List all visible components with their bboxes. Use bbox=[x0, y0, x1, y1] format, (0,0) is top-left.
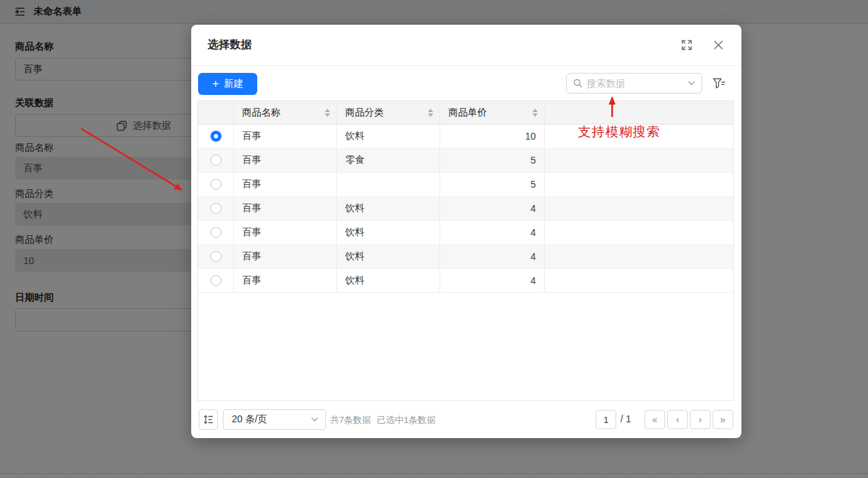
cell-product-category: 饮料 bbox=[337, 269, 440, 292]
table-row[interactable]: 百事 饮料 10 bbox=[198, 124, 733, 149]
first-page-button[interactable]: « bbox=[644, 410, 665, 429]
cell-product-category: 饮料 bbox=[337, 124, 440, 148]
chevron-down-icon[interactable] bbox=[688, 80, 695, 86]
header-product-name[interactable]: 商品名称 bbox=[234, 101, 337, 124]
chevron-down-icon bbox=[311, 417, 318, 422]
radio-cell[interactable] bbox=[198, 124, 234, 148]
sort-icon[interactable] bbox=[428, 109, 433, 117]
radio-cell[interactable] bbox=[198, 149, 234, 172]
radio-cell[interactable] bbox=[198, 221, 234, 244]
close-icon[interactable] bbox=[713, 40, 724, 50]
cell-product-name: 百事 bbox=[234, 221, 337, 244]
row-radio[interactable] bbox=[210, 227, 221, 238]
cell-product-name: 百事 bbox=[234, 124, 337, 148]
selected-count-text: 已选中1条数据 bbox=[377, 414, 435, 426]
cell-empty bbox=[545, 269, 733, 292]
table-body: 百事 饮料 10 百事 零食 5 百事 5 百事 饮料 4 百事 饮料 4 百事… bbox=[198, 124, 733, 400]
row-radio[interactable] bbox=[210, 203, 221, 214]
cell-product-name: 百事 bbox=[234, 245, 337, 268]
table-row[interactable]: 百事 饮料 4 bbox=[198, 221, 733, 245]
cell-product-name: 百事 bbox=[234, 269, 337, 292]
cell-product-price: 4 bbox=[440, 245, 545, 268]
cell-empty bbox=[545, 197, 733, 220]
row-radio[interactable] bbox=[210, 155, 221, 166]
sort-icon[interactable] bbox=[532, 109, 538, 117]
cell-product-price: 5 bbox=[440, 173, 545, 196]
cell-empty bbox=[545, 124, 733, 148]
search-icon bbox=[573, 78, 583, 88]
cell-product-price: 4 bbox=[440, 269, 545, 292]
header-product-category[interactable]: 商品分类 bbox=[337, 101, 440, 124]
cell-product-price: 4 bbox=[440, 197, 545, 220]
current-page-box[interactable]: 1 bbox=[596, 410, 616, 429]
row-radio[interactable] bbox=[210, 179, 221, 190]
cell-product-price: 5 bbox=[440, 149, 545, 172]
table-header-row: 商品名称 商品分类 商品单价 bbox=[198, 101, 733, 124]
prev-page-button[interactable]: ‹ bbox=[667, 410, 688, 429]
filter-icon[interactable] bbox=[712, 77, 726, 90]
radio-cell[interactable] bbox=[198, 269, 234, 292]
cell-product-name: 百事 bbox=[234, 173, 337, 196]
search-input-box[interactable] bbox=[566, 73, 702, 94]
cell-empty bbox=[545, 173, 733, 196]
row-height-icon bbox=[203, 414, 214, 425]
next-page-button[interactable]: › bbox=[690, 410, 710, 429]
radio-cell[interactable] bbox=[198, 173, 234, 196]
row-radio[interactable] bbox=[210, 251, 221, 262]
plus-icon: + bbox=[213, 78, 219, 89]
row-radio[interactable] bbox=[210, 131, 221, 142]
page-total-text: / 1 bbox=[620, 413, 631, 424]
row-radio[interactable] bbox=[210, 275, 221, 286]
row-height-density-button[interactable] bbox=[199, 409, 218, 430]
page-size-select[interactable]: 20 条/页 bbox=[223, 409, 326, 430]
table-row[interactable]: 百事 饮料 4 bbox=[198, 245, 733, 269]
cell-product-category: 零食 bbox=[337, 149, 440, 172]
radio-cell[interactable] bbox=[198, 245, 234, 268]
cell-product-price: 4 bbox=[440, 221, 545, 244]
cell-product-price: 10 bbox=[440, 124, 545, 148]
cell-product-name: 百事 bbox=[234, 197, 337, 220]
modal-title: 选择数据 bbox=[208, 38, 252, 52]
fullscreen-expand-icon[interactable] bbox=[681, 39, 693, 51]
table-row[interactable]: 百事 零食 5 bbox=[198, 149, 733, 173]
cell-empty bbox=[545, 149, 733, 172]
cell-empty bbox=[545, 221, 733, 244]
sort-icon[interactable] bbox=[325, 109, 330, 117]
select-data-modal: 选择数据 + 新建 bbox=[191, 25, 741, 438]
total-count-text: 共7条数据 bbox=[330, 414, 371, 426]
header-empty-column bbox=[545, 101, 733, 124]
table-row[interactable]: 百事 饮料 4 bbox=[198, 197, 733, 221]
create-new-button[interactable]: + 新建 bbox=[198, 73, 257, 95]
header-product-price[interactable]: 商品单价 bbox=[440, 101, 545, 124]
cell-product-category: 饮料 bbox=[337, 245, 440, 268]
cell-product-category: 饮料 bbox=[337, 197, 440, 220]
cell-product-category bbox=[337, 173, 440, 196]
radio-cell[interactable] bbox=[198, 197, 234, 220]
cell-product-category: 饮料 bbox=[337, 221, 440, 244]
table-row[interactable]: 百事 饮料 4 bbox=[198, 269, 733, 293]
cell-product-name: 百事 bbox=[234, 149, 337, 172]
header-radio-column bbox=[198, 101, 234, 124]
table-row[interactable]: 百事 5 bbox=[198, 173, 733, 197]
last-page-button[interactable]: » bbox=[713, 410, 733, 429]
search-input[interactable] bbox=[587, 78, 684, 89]
data-table: 商品名称 商品分类 商品单价 百事 饮料 10 百事 零食 5 百事 5 bbox=[197, 100, 734, 401]
cell-empty bbox=[545, 245, 733, 268]
modal-header: 选择数据 bbox=[191, 25, 741, 66]
